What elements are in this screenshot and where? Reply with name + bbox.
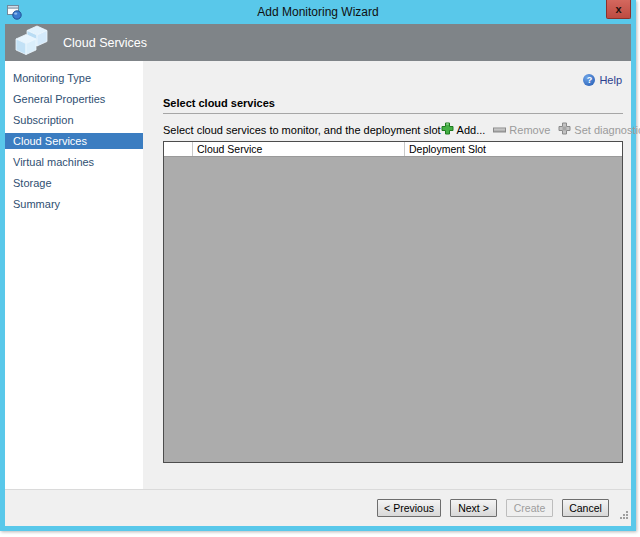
- set-diagnostic-storage-icon: [558, 122, 571, 137]
- dialog-chrome: Cloud Services Monitoring Type General P…: [5, 24, 631, 526]
- sidebar-item-storage[interactable]: Storage: [5, 175, 143, 191]
- cloud-services-table-body[interactable]: [164, 157, 622, 462]
- close-icon: x: [615, 4, 621, 15]
- add-button[interactable]: Add...: [441, 122, 486, 137]
- column-header-deployment-slot[interactable]: Deployment Slot: [405, 142, 622, 156]
- section-title: Select cloud services: [163, 97, 623, 114]
- sidebar-item-general-properties[interactable]: General Properties: [5, 91, 143, 107]
- wizard-steps-sidebar: Monitoring Type General Properties Subsc…: [5, 61, 143, 489]
- table-toolbar: Add... Remove: [441, 122, 640, 137]
- instruction-text: Select cloud services to monitor, and th…: [163, 124, 441, 136]
- wizard-footer: < Previous Next > Create Cancel: [5, 489, 631, 526]
- help-link[interactable]: ? Help: [583, 74, 622, 86]
- titlebar[interactable]: Add Monitoring Wizard x: [0, 0, 636, 24]
- add-monitoring-wizard-window: Add Monitoring Wizard x Clou: [0, 0, 636, 531]
- sidebar-item-summary[interactable]: Summary: [5, 196, 143, 212]
- wizard-app-icon: [7, 5, 22, 24]
- sidebar-item-cloud-services[interactable]: Cloud Services: [5, 133, 143, 149]
- window-title: Add Monitoring Wizard: [0, 5, 636, 19]
- add-label: Add...: [457, 124, 486, 136]
- page-title: Cloud Services: [63, 36, 147, 50]
- add-plus-icon: [441, 122, 454, 137]
- set-diagnostic-storage-button[interactable]: Set diagnostic storage: [558, 122, 640, 137]
- sidebar-item-monitoring-type[interactable]: Monitoring Type: [5, 70, 143, 86]
- column-header-select: [164, 142, 193, 156]
- cancel-button[interactable]: Cancel: [562, 499, 609, 517]
- next-button[interactable]: Next >: [450, 499, 497, 517]
- sidebar-item-virtual-machines[interactable]: Virtual machines: [5, 154, 143, 170]
- help-icon: ?: [583, 74, 595, 86]
- close-button[interactable]: x: [606, 0, 631, 19]
- remove-label: Remove: [509, 124, 550, 136]
- cloud-services-cubes-icon: [15, 25, 49, 60]
- cloud-services-table: Cloud Service Deployment Slot: [163, 141, 623, 463]
- remove-minus-icon: [493, 124, 506, 136]
- wizard-step-content: ? Help Select cloud services Select clou…: [143, 61, 631, 489]
- table-header-row: Cloud Service Deployment Slot: [164, 142, 622, 157]
- sidebar-item-subscription[interactable]: Subscription: [5, 112, 143, 128]
- remove-button[interactable]: Remove: [493, 124, 550, 136]
- set-diagnostic-storage-label: Set diagnostic storage: [574, 124, 640, 136]
- create-button[interactable]: Create: [506, 499, 553, 517]
- previous-button[interactable]: < Previous: [377, 499, 441, 517]
- column-header-cloud-service[interactable]: Cloud Service: [193, 142, 405, 156]
- resize-grip[interactable]: [619, 505, 628, 523]
- help-label: Help: [599, 74, 622, 86]
- wizard-page-header: Cloud Services: [5, 24, 631, 61]
